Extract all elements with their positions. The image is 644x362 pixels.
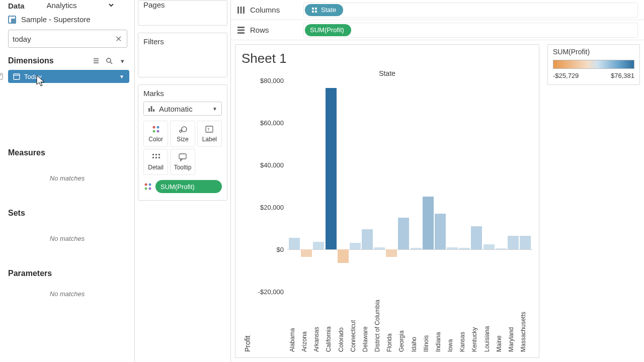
pill-discrete-icon	[311, 7, 318, 14]
bar-column[interactable]	[411, 80, 422, 291]
bar-column[interactable]	[435, 80, 446, 291]
sheet-title[interactable]: Sheet 1	[242, 51, 533, 66]
bar[interactable]	[471, 226, 482, 249]
bar-column[interactable]	[471, 80, 482, 291]
sets-label: Sets	[8, 209, 25, 218]
rows-pill-profit[interactable]: SUM(Profit)	[305, 24, 351, 36]
tab-analytics-select[interactable]: Analytics	[45, 1, 115, 10]
rows-pill-label: SUM(Profit)	[310, 26, 344, 34]
marks-label: Marks	[143, 89, 222, 98]
bar-column[interactable]	[423, 80, 434, 291]
measures-header: Measures	[0, 144, 134, 160]
bar-column[interactable]	[386, 80, 397, 291]
bar-column[interactable]	[496, 80, 507, 291]
filters-label: Filters	[143, 37, 222, 46]
bar[interactable]	[508, 236, 519, 249]
bar[interactable]	[520, 236, 531, 249]
marks-label-button[interactable]: T Label	[197, 121, 222, 147]
bar-column[interactable]	[289, 80, 300, 291]
svg-rect-30	[312, 11, 314, 13]
columns-pill-state[interactable]: State	[305, 4, 343, 16]
bar-column[interactable]	[350, 80, 361, 291]
bar-column[interactable]	[362, 80, 373, 291]
bar-column[interactable]	[520, 80, 531, 291]
bar[interactable]	[459, 248, 470, 249]
bar[interactable]	[301, 249, 312, 257]
field-search: ✕	[8, 30, 127, 48]
svg-point-24	[149, 188, 151, 190]
y-tick: $20,000	[254, 204, 287, 211]
search-clear-icon[interactable]: ✕	[113, 34, 123, 44]
marks-size-button[interactable]: Size	[170, 121, 195, 147]
bar-column[interactable]	[508, 80, 519, 291]
measures-label: Measures	[8, 148, 45, 157]
pages-shelf[interactable]: Pages	[138, 0, 227, 26]
tab-data[interactable]: Data	[8, 2, 25, 10]
bar-column[interactable]	[398, 80, 409, 291]
dimensions-menu-icon[interactable]: ▾	[117, 56, 127, 66]
viz-panel: Sheet 1 State Profit -$20,000$0$20,000$4…	[235, 44, 539, 358]
columns-shelf[interactable]: Columns State	[231, 0, 644, 20]
bar-column[interactable]	[338, 80, 349, 291]
detail-icon	[151, 153, 160, 162]
bar-column[interactable]	[301, 80, 312, 291]
datasource-row[interactable]: Sample - Superstore	[0, 10, 134, 29]
plot-area[interactable]	[287, 80, 533, 291]
svg-rect-27	[243, 7, 245, 14]
bar-column[interactable]	[325, 80, 336, 291]
marks-tooltip-button[interactable]: Tooltip	[170, 149, 195, 175]
columns-pill-label: State	[321, 6, 336, 14]
legend-title: SUM(Profit)	[553, 48, 634, 56]
x-label: District of Columbia	[374, 292, 385, 352]
bar-column[interactable]	[484, 80, 495, 291]
svg-rect-33	[237, 29, 245, 31]
svg-rect-15	[155, 154, 157, 155]
marks-detail-button[interactable]: Detail	[143, 149, 168, 175]
color-legend[interactable]: SUM(Profit) -$25,729 $76,381	[547, 44, 640, 85]
legend-max: $76,381	[611, 72, 634, 79]
bar-column[interactable]	[374, 80, 385, 291]
bar[interactable]	[447, 247, 458, 249]
bar[interactable]	[338, 249, 349, 263]
filters-shelf[interactable]: Filters	[138, 33, 227, 77]
mark-type-dropdown[interactable]: Automatic ▼	[143, 102, 222, 116]
svg-rect-2	[14, 74, 20, 79]
svg-point-9	[156, 130, 159, 133]
legend-gradient	[553, 60, 634, 69]
bar[interactable]	[484, 244, 495, 250]
color-encoding-icon[interactable]	[143, 182, 152, 191]
bar[interactable]	[423, 197, 434, 249]
bar[interactable]	[411, 248, 422, 249]
svg-rect-1	[0, 73, 3, 79]
bar[interactable]	[289, 238, 300, 249]
bar[interactable]	[326, 88, 337, 249]
bar[interactable]	[313, 242, 324, 249]
rows-shelf[interactable]: Rows SUM(Profit)	[231, 20, 644, 40]
bar[interactable]	[496, 248, 507, 249]
marks-color-pill[interactable]: SUM(Profit)	[155, 180, 222, 193]
bar[interactable]	[374, 247, 385, 249]
bar-column[interactable]	[459, 80, 470, 291]
bar-column[interactable]	[447, 80, 458, 291]
view-list-icon[interactable]	[91, 56, 101, 66]
pill-caret-icon[interactable]: ▼	[119, 74, 124, 79]
find-field-icon[interactable]	[104, 56, 114, 66]
marks-color-pill-row: SUM(Profit)	[143, 180, 222, 193]
marks-color-button[interactable]: Color	[143, 121, 168, 147]
bar-column[interactable]	[313, 80, 324, 291]
search-input[interactable]	[8, 30, 127, 48]
parameters-label: Parameters	[8, 269, 52, 278]
bar[interactable]	[350, 243, 361, 249]
bar[interactable]	[386, 249, 397, 257]
bar[interactable]	[362, 229, 373, 249]
bar[interactable]	[435, 214, 446, 249]
x-label: Louisiana	[484, 292, 495, 352]
svg-point-21	[145, 184, 147, 186]
x-label: California	[325, 292, 336, 352]
svg-point-6	[152, 126, 155, 129]
x-label: Maine	[496, 292, 507, 352]
dimension-pill-today[interactable]: Today ▼	[8, 70, 129, 83]
svg-text:T: T	[207, 127, 210, 132]
svg-point-8	[152, 130, 155, 133]
bar[interactable]	[398, 218, 409, 249]
